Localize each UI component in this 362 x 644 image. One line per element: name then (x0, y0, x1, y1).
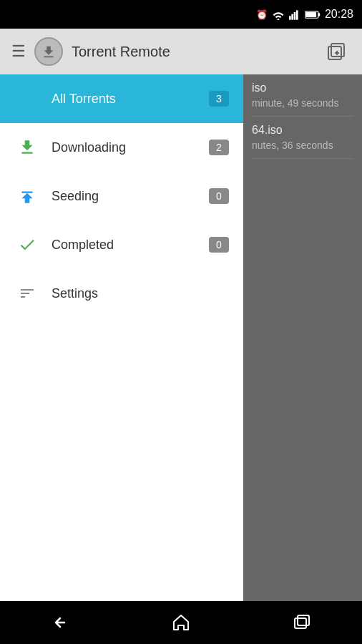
hamburger-icon[interactable]: ☰ (11, 42, 26, 61)
sidebar-item-settings[interactable]: Settings (0, 269, 243, 318)
app-bar: ☰ Torrent Remote (0, 29, 362, 74)
drawer: All Torrents 3 Downloading 2 Seeding 0 (0, 74, 243, 601)
app-logo (34, 37, 63, 66)
recents-button[interactable] (280, 601, 323, 644)
main-layout: All Torrents 3 Downloading 2 Seeding 0 (0, 74, 362, 601)
alarm-icon: ⏰ (256, 9, 268, 20)
battery-icon (305, 8, 321, 21)
status-icons: ⏰ 20:28 (256, 8, 353, 21)
status-time: 20:28 (325, 8, 353, 21)
svg-rect-2 (294, 12, 296, 20)
download-logo-icon (41, 43, 57, 60)
svg-rect-11 (295, 618, 306, 628)
home-button[interactable] (160, 601, 202, 644)
download-icon (14, 138, 40, 157)
sidebar-item-completed[interactable]: Completed 0 (0, 220, 243, 269)
completed-icon (14, 235, 40, 254)
content-panel: iso minute, 49 seconds 64.iso nutes, 36 … (243, 74, 362, 601)
add-server-button[interactable] (322, 37, 351, 66)
svg-rect-5 (305, 12, 316, 17)
torrent-name-1: iso (252, 82, 353, 94)
torrent-name-2: 64.iso (252, 124, 353, 137)
all-torrents-badge: 3 (209, 91, 229, 107)
seeding-badge: 0 (209, 188, 229, 204)
sidebar-item-seeding-label: Seeding (52, 189, 209, 204)
svg-rect-0 (289, 16, 291, 19)
svg-rect-1 (291, 14, 293, 19)
torrent-snippet-1: iso minute, 49 seconds (252, 82, 353, 117)
app-title: Torrent Remote (72, 44, 313, 60)
content-list: iso minute, 49 seconds 64.iso nutes, 36 … (243, 74, 362, 173)
sidebar-item-downloading-label: Downloading (52, 140, 209, 155)
svg-rect-3 (296, 10, 298, 19)
torrent-time-1: minute, 49 seconds (252, 97, 353, 109)
seeding-icon (14, 187, 40, 205)
signal-icon (289, 8, 300, 21)
sidebar-item-downloading[interactable]: Downloading 2 (0, 123, 243, 172)
back-button[interactable] (39, 601, 82, 644)
nav-bar (0, 601, 362, 644)
sidebar-item-settings-label: Settings (52, 286, 229, 301)
sidebar-item-completed-label: Completed (52, 238, 209, 253)
sidebar-item-all-torrents-label: All Torrents (52, 92, 209, 107)
torrent-time-2: nutes, 36 seconds (252, 140, 353, 151)
svg-rect-6 (318, 13, 320, 16)
completed-badge: 0 (209, 237, 229, 253)
svg-rect-12 (298, 615, 309, 625)
downloading-badge: 2 (209, 140, 229, 155)
torrent-snippet-2: 64.iso nutes, 36 seconds (252, 124, 353, 159)
sidebar-item-all-torrents[interactable]: All Torrents 3 (0, 74, 243, 123)
settings-icon (14, 285, 40, 302)
sidebar-item-seeding[interactable]: Seeding 0 (0, 172, 243, 220)
status-bar: ⏰ 20:28 (0, 0, 362, 29)
wifi-icon (272, 8, 285, 21)
